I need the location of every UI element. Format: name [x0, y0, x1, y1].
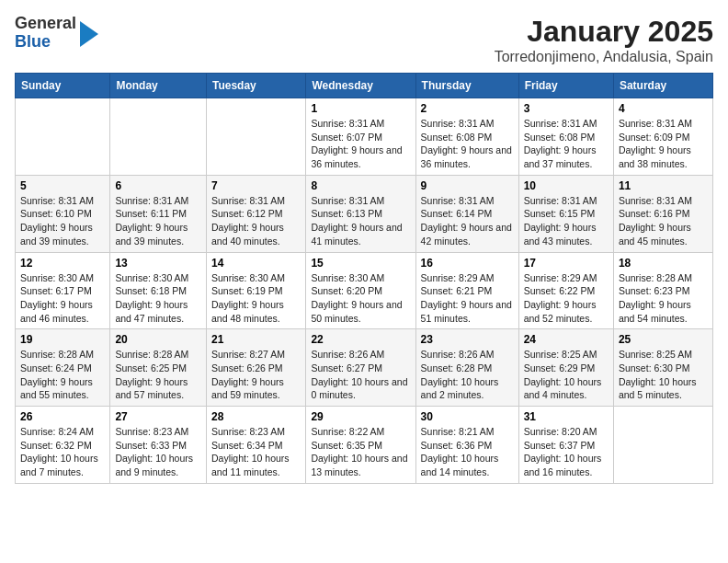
- day-info: Sunrise: 8:31 AM Sunset: 6:11 PM Dayligh…: [115, 194, 201, 248]
- week-row-4: 19Sunrise: 8:28 AM Sunset: 6:24 PM Dayli…: [16, 329, 713, 407]
- day-number: 21: [211, 333, 301, 346]
- day-info: Sunrise: 8:21 AM Sunset: 6:36 PM Dayligh…: [421, 425, 514, 479]
- page-title: January 2025: [495, 15, 713, 49]
- day-number: 27: [115, 410, 201, 423]
- day-number: 25: [619, 333, 708, 346]
- day-number: 11: [619, 179, 708, 192]
- calendar-cell: 5Sunrise: 8:31 AM Sunset: 6:10 PM Daylig…: [16, 175, 110, 252]
- calendar-cell: 25Sunrise: 8:25 AM Sunset: 6:30 PM Dayli…: [613, 329, 712, 407]
- calendar-header: SundayMondayTuesdayWednesdayThursdayFrid…: [16, 74, 713, 98]
- header-tuesday: Tuesday: [206, 74, 305, 98]
- day-number: 20: [115, 333, 201, 346]
- header-sunday: Sunday: [16, 74, 110, 98]
- day-info: Sunrise: 8:25 AM Sunset: 6:29 PM Dayligh…: [524, 348, 609, 402]
- calendar-cell: 7Sunrise: 8:31 AM Sunset: 6:12 PM Daylig…: [206, 175, 305, 252]
- day-number: 6: [115, 179, 201, 192]
- day-info: Sunrise: 8:31 AM Sunset: 6:08 PM Dayligh…: [421, 117, 514, 171]
- calendar-cell: 28Sunrise: 8:23 AM Sunset: 6:34 PM Dayli…: [206, 407, 305, 484]
- day-number: 10: [524, 179, 609, 192]
- calendar-cell: 17Sunrise: 8:29 AM Sunset: 6:22 PM Dayli…: [518, 252, 613, 329]
- day-info: Sunrise: 8:30 AM Sunset: 6:17 PM Dayligh…: [20, 271, 105, 326]
- calendar-cell: 22Sunrise: 8:26 AM Sunset: 6:27 PM Dayli…: [306, 329, 415, 407]
- week-row-5: 26Sunrise: 8:24 AM Sunset: 6:32 PM Dayli…: [16, 407, 713, 484]
- day-number: 13: [115, 257, 201, 270]
- calendar-cell: 29Sunrise: 8:22 AM Sunset: 6:35 PM Dayli…: [306, 407, 415, 484]
- day-number: 31: [524, 410, 609, 423]
- week-row-3: 12Sunrise: 8:30 AM Sunset: 6:17 PM Dayli…: [16, 252, 713, 329]
- calendar-cell: 12Sunrise: 8:30 AM Sunset: 6:17 PM Dayli…: [16, 252, 110, 329]
- day-info: Sunrise: 8:30 AM Sunset: 6:18 PM Dayligh…: [115, 271, 201, 326]
- header-thursday: Thursday: [415, 74, 518, 98]
- day-number: 16: [421, 257, 514, 270]
- day-info: Sunrise: 8:24 AM Sunset: 6:32 PM Dayligh…: [20, 425, 105, 479]
- day-number: 1: [311, 102, 410, 115]
- day-number: 2: [421, 102, 514, 115]
- day-info: Sunrise: 8:31 AM Sunset: 6:16 PM Dayligh…: [619, 194, 708, 248]
- calendar-cell: 4Sunrise: 8:31 AM Sunset: 6:09 PM Daylig…: [613, 98, 712, 176]
- day-number: 19: [20, 333, 105, 346]
- day-number: 15: [311, 257, 410, 270]
- calendar-table: SundayMondayTuesdayWednesdayThursdayFrid…: [15, 73, 713, 484]
- day-info: Sunrise: 8:27 AM Sunset: 6:26 PM Dayligh…: [211, 348, 301, 402]
- day-number: 23: [421, 333, 514, 346]
- day-number: 14: [211, 257, 301, 270]
- calendar-cell: 24Sunrise: 8:25 AM Sunset: 6:29 PM Dayli…: [518, 329, 613, 407]
- calendar-cell: 31Sunrise: 8:20 AM Sunset: 6:37 PM Dayli…: [518, 407, 613, 484]
- calendar-cell: 13Sunrise: 8:30 AM Sunset: 6:18 PM Dayli…: [110, 252, 207, 329]
- calendar-cell: 20Sunrise: 8:28 AM Sunset: 6:25 PM Dayli…: [110, 329, 207, 407]
- calendar-cell: 27Sunrise: 8:23 AM Sunset: 6:33 PM Dayli…: [110, 407, 207, 484]
- header-row: SundayMondayTuesdayWednesdayThursdayFrid…: [16, 74, 713, 98]
- calendar-cell: 30Sunrise: 8:21 AM Sunset: 6:36 PM Dayli…: [415, 407, 518, 484]
- day-info: Sunrise: 8:31 AM Sunset: 6:07 PM Dayligh…: [311, 117, 410, 171]
- day-info: Sunrise: 8:30 AM Sunset: 6:20 PM Dayligh…: [311, 271, 410, 326]
- day-info: Sunrise: 8:25 AM Sunset: 6:30 PM Dayligh…: [619, 348, 708, 402]
- day-number: 18: [619, 257, 708, 270]
- calendar-cell: [16, 98, 110, 176]
- header-wednesday: Wednesday: [306, 74, 415, 98]
- calendar-cell: 14Sunrise: 8:30 AM Sunset: 6:19 PM Dayli…: [206, 252, 305, 329]
- day-info: Sunrise: 8:28 AM Sunset: 6:23 PM Dayligh…: [619, 271, 708, 326]
- day-number: 29: [311, 410, 410, 423]
- calendar-cell: 6Sunrise: 8:31 AM Sunset: 6:11 PM Daylig…: [110, 175, 207, 252]
- day-info: Sunrise: 8:29 AM Sunset: 6:21 PM Dayligh…: [421, 271, 514, 326]
- day-number: 28: [211, 410, 301, 423]
- page-subtitle: Torredonjimeno, Andalusia, Spain: [495, 49, 713, 65]
- calendar-cell: 11Sunrise: 8:31 AM Sunset: 6:16 PM Dayli…: [613, 175, 712, 252]
- day-info: Sunrise: 8:31 AM Sunset: 6:08 PM Dayligh…: [524, 117, 609, 171]
- day-info: Sunrise: 8:31 AM Sunset: 6:09 PM Dayligh…: [619, 117, 708, 171]
- day-info: Sunrise: 8:22 AM Sunset: 6:35 PM Dayligh…: [311, 425, 410, 479]
- calendar-cell: 2Sunrise: 8:31 AM Sunset: 6:08 PM Daylig…: [415, 98, 518, 176]
- day-number: 30: [421, 410, 514, 423]
- logo-text: General Blue: [15, 15, 76, 52]
- day-number: 17: [524, 257, 609, 270]
- calendar-cell: [206, 98, 305, 176]
- calendar-body: 1Sunrise: 8:31 AM Sunset: 6:07 PM Daylig…: [16, 98, 713, 484]
- day-info: Sunrise: 8:30 AM Sunset: 6:19 PM Dayligh…: [211, 271, 301, 326]
- day-info: Sunrise: 8:26 AM Sunset: 6:28 PM Dayligh…: [421, 348, 514, 402]
- day-number: 7: [211, 179, 301, 192]
- title-block: January 2025 Torredonjimeno, Andalusia, …: [495, 15, 713, 65]
- calendar-cell: 26Sunrise: 8:24 AM Sunset: 6:32 PM Dayli…: [16, 407, 110, 484]
- calendar-cell: 18Sunrise: 8:28 AM Sunset: 6:23 PM Dayli…: [613, 252, 712, 329]
- calendar-cell: [613, 407, 712, 484]
- header-monday: Monday: [110, 74, 207, 98]
- calendar-cell: 10Sunrise: 8:31 AM Sunset: 6:15 PM Dayli…: [518, 175, 613, 252]
- day-info: Sunrise: 8:31 AM Sunset: 6:14 PM Dayligh…: [421, 194, 514, 248]
- logo: General Blue: [15, 15, 98, 52]
- calendar-cell: 23Sunrise: 8:26 AM Sunset: 6:28 PM Dayli…: [415, 329, 518, 407]
- week-row-2: 5Sunrise: 8:31 AM Sunset: 6:10 PM Daylig…: [16, 175, 713, 252]
- day-info: Sunrise: 8:26 AM Sunset: 6:27 PM Dayligh…: [311, 348, 410, 402]
- day-info: Sunrise: 8:31 AM Sunset: 6:13 PM Dayligh…: [311, 194, 410, 248]
- calendar-cell: 16Sunrise: 8:29 AM Sunset: 6:21 PM Dayli…: [415, 252, 518, 329]
- day-info: Sunrise: 8:23 AM Sunset: 6:33 PM Dayligh…: [115, 425, 201, 479]
- day-info: Sunrise: 8:29 AM Sunset: 6:22 PM Dayligh…: [524, 271, 609, 326]
- calendar-cell: 3Sunrise: 8:31 AM Sunset: 6:08 PM Daylig…: [518, 98, 613, 176]
- day-info: Sunrise: 8:31 AM Sunset: 6:15 PM Dayligh…: [524, 194, 609, 248]
- day-number: 26: [20, 410, 105, 423]
- calendar-cell: [110, 98, 207, 176]
- day-number: 3: [524, 102, 609, 115]
- day-number: 8: [311, 179, 410, 192]
- calendar-cell: 19Sunrise: 8:28 AM Sunset: 6:24 PM Dayli…: [16, 329, 110, 407]
- header-saturday: Saturday: [613, 74, 712, 98]
- day-number: 12: [20, 257, 105, 270]
